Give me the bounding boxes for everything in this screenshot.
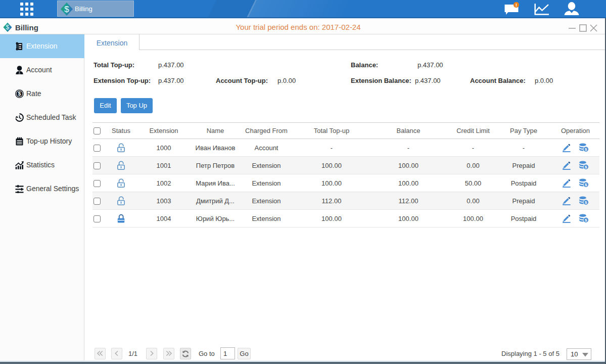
svg-text:$: $	[585, 183, 587, 187]
svg-text:$: $	[64, 5, 69, 14]
svg-text:$: $	[585, 165, 587, 169]
svg-text:$: $	[585, 200, 587, 205]
svg-text:$: $	[18, 90, 21, 97]
svg-text:$: $	[585, 218, 587, 222]
svg-text:$: $	[585, 147, 587, 152]
svg-text:!: !	[516, 3, 517, 8]
